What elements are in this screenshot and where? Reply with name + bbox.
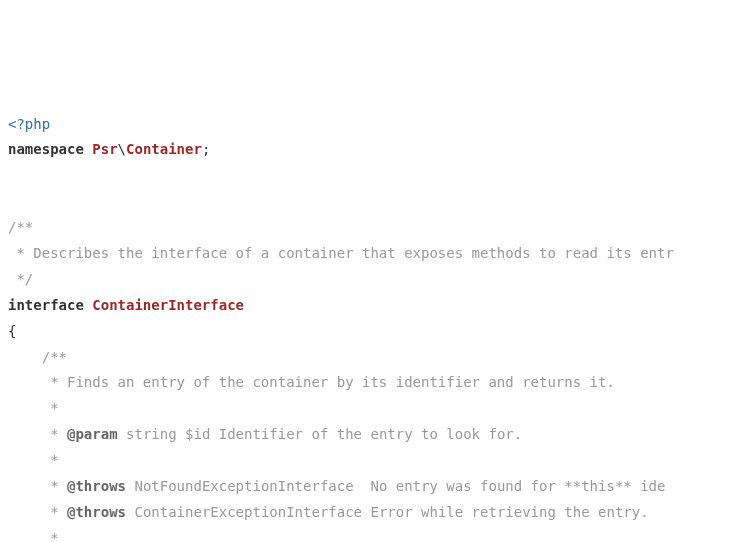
docblock2-param-pre: * bbox=[8, 426, 67, 442]
docblock2-blank1: * bbox=[8, 400, 59, 416]
docblock2-open: /** bbox=[8, 349, 67, 365]
docblock2-throws1-pre: * bbox=[8, 478, 67, 494]
namespace-psr: Psr bbox=[92, 141, 117, 157]
docblock2-blank2: * bbox=[8, 452, 59, 468]
docblock1-close: */ bbox=[8, 271, 33, 287]
tag-throws-1: @throws bbox=[67, 478, 126, 494]
php-open-tag: <?php bbox=[8, 116, 50, 132]
brace-open: { bbox=[8, 323, 16, 339]
keyword-namespace: namespace bbox=[8, 141, 84, 157]
tag-throws-2: @throws bbox=[67, 504, 126, 520]
ns-separator: \ bbox=[118, 141, 126, 157]
docblock1-desc: * Describes the interface of a container… bbox=[8, 245, 674, 261]
docblock2-param-post: string $id Identifier of the entry to lo… bbox=[118, 426, 523, 442]
docblock2-throws1-post: NotFoundExceptionInterface No entry was … bbox=[126, 478, 665, 494]
docblock2-throws2-pre: * bbox=[8, 504, 67, 520]
code-block: <?php namespace Psr\Container; /** * Des… bbox=[8, 112, 722, 542]
docblock1-open: /** bbox=[8, 219, 33, 235]
class-name: ContainerInterface bbox=[92, 297, 244, 313]
tag-param: @param bbox=[67, 426, 118, 442]
namespace-container: Container bbox=[126, 141, 202, 157]
docblock2-desc: * Finds an entry of the container by its… bbox=[8, 374, 615, 390]
keyword-interface: interface bbox=[8, 297, 84, 313]
docblock2-throws2-post: ContainerExceptionInterface Error while … bbox=[126, 504, 649, 520]
docblock2-blank3: * bbox=[8, 530, 59, 542]
semicolon: ; bbox=[202, 141, 210, 157]
